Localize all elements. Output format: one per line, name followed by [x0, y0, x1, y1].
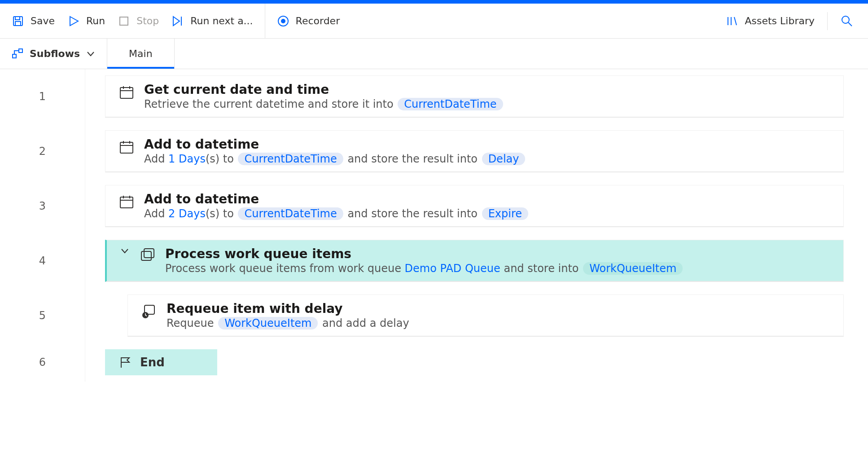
- step-description: Requeue WorkQueueItem and add a delay: [167, 317, 830, 330]
- run-button[interactable]: Run: [67, 15, 105, 27]
- run-next-label: Run next a...: [190, 15, 253, 26]
- stop-icon: [118, 15, 130, 27]
- flow-row: 6 End: [0, 343, 868, 382]
- flow-row: 3 Add to datetime Add 2 Days(s) to Curre…: [0, 179, 868, 233]
- step-description: Retrieve the current datetime and store …: [144, 98, 830, 110]
- window-accent-bar: [0, 0, 868, 4]
- step-end[interactable]: End: [105, 349, 217, 375]
- variable-token[interactable]: WorkQueueItem: [218, 317, 318, 330]
- svg-point-12: [842, 16, 849, 23]
- assets-label: Assets Library: [745, 15, 815, 26]
- svg-rect-20: [120, 142, 133, 153]
- line-number: 1: [0, 69, 85, 124]
- toolbar: Save Run Stop Run next a... Recorder Ass…: [0, 4, 868, 39]
- search-icon: [840, 14, 854, 28]
- play-icon: [67, 15, 80, 27]
- subflows-dropdown[interactable]: Subflows: [0, 39, 107, 69]
- value-link[interactable]: 2 Days: [168, 207, 206, 220]
- svg-marker-3: [70, 17, 78, 26]
- flow-icon: [12, 48, 23, 60]
- step-description: Add 1 Days(s) to CurrentDateTime and sto…: [144, 153, 830, 165]
- step-add-datetime[interactable]: Add to datetime Add 2 Days(s) to Current…: [105, 185, 844, 227]
- line-number: 5: [0, 288, 85, 343]
- svg-rect-16: [120, 88, 133, 98]
- step-description: Add 2 Days(s) to CurrentDateTime and sto…: [144, 207, 830, 220]
- svg-line-13: [848, 22, 852, 26]
- record-icon: [277, 15, 289, 27]
- end-label: End: [140, 356, 165, 369]
- svg-rect-15: [19, 49, 22, 53]
- variable-token[interactable]: WorkQueueItem: [583, 262, 683, 275]
- variable-token[interactable]: CurrentDateTime: [238, 153, 343, 165]
- calendar-icon: [119, 85, 135, 102]
- svg-rect-1: [15, 17, 20, 20]
- tab-main[interactable]: Main: [107, 39, 175, 69]
- variable-token[interactable]: CurrentDateTime: [238, 207, 343, 220]
- step-get-datetime[interactable]: Get current date and time Retrieve the c…: [105, 75, 844, 118]
- flow-row: 1 Get current date and time Retrieve the…: [0, 69, 868, 124]
- subflows-label: Subflows: [30, 48, 80, 59]
- calendar-icon: [119, 194, 135, 212]
- line-number: 6: [0, 343, 85, 382]
- toolbar-group-left: Save Run Stop Run next a...: [0, 4, 265, 38]
- svg-rect-29: [144, 249, 154, 258]
- value-link[interactable]: Demo PAD Queue: [405, 262, 500, 275]
- stop-button: Stop: [118, 15, 159, 27]
- step-process-queue[interactable]: Process work queue items Process work qu…: [105, 240, 844, 282]
- collapse-toggle[interactable]: [120, 246, 129, 258]
- line-number: 3: [0, 179, 85, 233]
- toolbar-separator: [827, 12, 828, 30]
- search-button[interactable]: [840, 14, 854, 28]
- toolbar-group-recorder: Recorder: [265, 4, 352, 38]
- variable-token[interactable]: CurrentDateTime: [398, 98, 503, 110]
- queue-icon: [140, 247, 156, 265]
- chevron-down-icon: [86, 49, 95, 58]
- svg-rect-2: [15, 22, 21, 26]
- flag-icon: [118, 356, 132, 369]
- step-title: Get current date and time: [144, 82, 830, 97]
- tab-main-label: Main: [129, 48, 153, 59]
- step-title: Requeue item with delay: [167, 301, 830, 316]
- svg-rect-28: [141, 251, 151, 260]
- run-label: Run: [86, 15, 105, 26]
- svg-rect-4: [120, 17, 128, 25]
- line-number: 4: [0, 233, 85, 288]
- line-number: 2: [0, 124, 85, 179]
- variable-token[interactable]: Delay: [482, 153, 526, 165]
- variable-token[interactable]: Expire: [482, 207, 528, 220]
- step-title: Add to datetime: [144, 137, 830, 152]
- recorder-button[interactable]: Recorder: [277, 15, 340, 27]
- save-icon: [12, 15, 24, 27]
- svg-rect-14: [13, 54, 16, 58]
- step-icon: [171, 15, 184, 27]
- svg-rect-24: [120, 197, 133, 208]
- step-requeue[interactable]: Requeue item with delay Requeue WorkQueu…: [127, 294, 844, 337]
- flow-row: 4 Process work queue items Process work …: [0, 233, 868, 288]
- flow-editor: 1 Get current date and time Retrieve the…: [0, 69, 868, 382]
- library-icon: [726, 15, 738, 27]
- assets-library-button[interactable]: Assets Library: [726, 15, 815, 27]
- flow-row: 2 Add to datetime Add 1 Days(s) to Curre…: [0, 124, 868, 179]
- step-title: Process work queue items: [165, 246, 830, 261]
- subflow-tabbar: Subflows Main: [0, 39, 868, 69]
- calendar-icon: [119, 140, 135, 157]
- svg-point-8: [281, 19, 285, 23]
- save-label: Save: [31, 15, 55, 26]
- stop-label: Stop: [136, 15, 159, 26]
- run-next-button[interactable]: Run next a...: [171, 15, 253, 27]
- svg-marker-5: [173, 17, 180, 26]
- requeue-icon: [141, 304, 158, 321]
- flow-row: 5 Requeue item with delay Requeue WorkQu…: [0, 288, 868, 343]
- recorder-label: Recorder: [296, 15, 340, 26]
- svg-line-11: [734, 17, 736, 25]
- step-add-datetime[interactable]: Add to datetime Add 1 Days(s) to Current…: [105, 130, 844, 172]
- toolbar-group-right: Assets Library: [726, 4, 868, 38]
- step-description: Process work queue items from work queue…: [165, 262, 830, 275]
- save-button[interactable]: Save: [12, 15, 55, 27]
- value-link[interactable]: 1 Days: [168, 153, 206, 165]
- step-title: Add to datetime: [144, 192, 830, 207]
